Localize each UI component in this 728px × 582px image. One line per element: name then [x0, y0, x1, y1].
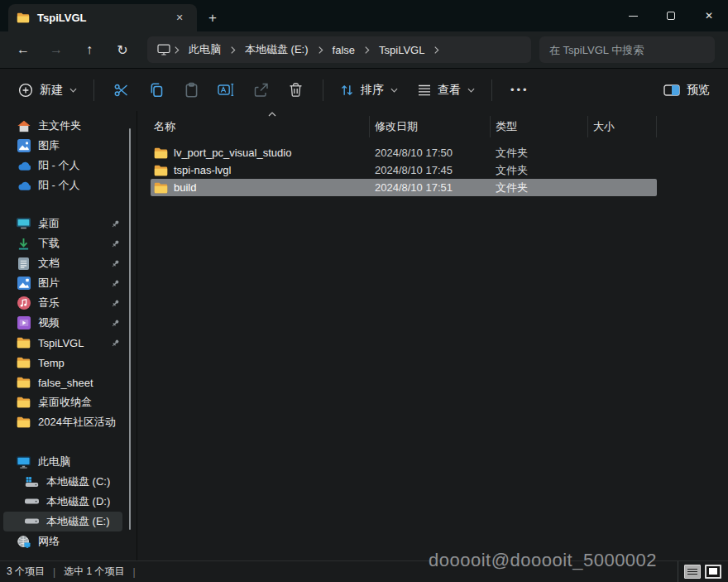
maximize-button[interactable] [652, 0, 690, 31]
close-button[interactable]: ✕ [690, 0, 728, 31]
pictures-icon [17, 277, 31, 290]
navigation-bar: ← → ↑ ↻ 此电脑 本地磁盘 (E:) false TspiLVGL [0, 31, 728, 68]
chevron-right-icon [432, 46, 441, 55]
column-header-name[interactable]: 名称 [151, 116, 370, 137]
cut-button[interactable] [108, 76, 136, 104]
sidebar-section-gap [0, 432, 136, 452]
search-input[interactable] [549, 44, 705, 56]
file-type: 文件夹 [491, 163, 588, 178]
sidebar-item-gallery[interactable]: 图库 [3, 136, 122, 156]
sidebar-item-false-sheet[interactable]: false_sheet [3, 373, 122, 392]
minimize-button[interactable] [614, 0, 652, 31]
icons-view-button[interactable] [705, 565, 721, 579]
sidebar-item-pictures[interactable]: 图片 [3, 273, 122, 293]
column-header-type[interactable]: 类型 [491, 116, 588, 137]
folder-icon [17, 337, 31, 349]
sidebar-item-network[interactable]: 网络 [3, 531, 122, 551]
sidebar-item-drive-e[interactable]: 本地磁盘 (E:) [3, 512, 122, 531]
forward-button[interactable]: → [40, 36, 73, 64]
new-tab-button[interactable]: + [200, 4, 225, 31]
file-list-panel: 名称 修改日期 类型 大小 lv_port_pc_visual_studio 2… [137, 111, 728, 560]
paste-button[interactable] [177, 76, 205, 104]
folder-icon [154, 165, 168, 176]
details-view-button[interactable] [684, 565, 701, 579]
column-header-date[interactable]: 修改日期 [370, 116, 491, 137]
folder-icon [17, 357, 31, 368]
file-list: lv_port_pc_visual_studio 2024/8/10 17:50… [151, 144, 728, 196]
toolbar-separator [323, 79, 323, 101]
search-box[interactable] [539, 36, 715, 63]
view-button[interactable]: 查看 [411, 78, 481, 103]
share-button[interactable] [247, 76, 275, 104]
sidebar-item-drive-c[interactable]: 本地磁盘 (C:) [3, 472, 122, 492]
download-icon [17, 238, 31, 250]
sidebar-item-home[interactable]: 主文件夹 [3, 116, 122, 136]
sidebar-item-this-pc[interactable]: 此电脑 [3, 452, 122, 472]
toolbar-separator [93, 79, 94, 101]
chevron-down-icon [69, 88, 77, 93]
sidebar-item-onedrive-1[interactable]: 阳 - 个人 [3, 156, 122, 176]
chevron-right-icon [362, 46, 371, 55]
sidebar-item-videos[interactable]: 视频 [3, 313, 122, 333]
preview-label: 预览 [687, 83, 710, 98]
chevron-right-icon [228, 46, 237, 55]
column-header-size[interactable]: 大小 [588, 116, 657, 137]
file-date: 2024/8/10 17:51 [370, 181, 491, 194]
preview-button[interactable]: 预览 [657, 78, 716, 103]
music-icon [17, 296, 31, 310]
rename-button[interactable] [212, 76, 240, 104]
sort-arrows-icon [340, 84, 354, 97]
status-divider: | [132, 566, 135, 578]
sidebar-item-documents[interactable]: 文档 [3, 253, 122, 273]
sidebar-item-drive-d[interactable]: 本地磁盘 (D:) [3, 492, 122, 512]
sidebar-item-tspilvgl[interactable]: TspiLVGL [3, 333, 122, 353]
file-type: 文件夹 [491, 180, 588, 195]
sort-ascending-icon [268, 112, 276, 117]
file-name: build [174, 181, 196, 194]
sidebar-item-music[interactable]: 音乐 [3, 293, 122, 313]
file-row[interactable]: tspi-nas-lvgl 2024/8/10 17:45 文件夹 [151, 161, 657, 179]
view-toggles [678, 561, 721, 582]
sidebar-item-desktop-organizer[interactable]: 桌面收纳盒 [3, 392, 122, 412]
breadcrumb-this-pc[interactable]: 此电脑 [183, 42, 227, 57]
copy-button[interactable] [142, 76, 170, 104]
network-icon [17, 536, 31, 548]
explorer-tab[interactable]: TspiLVGL ✕ [8, 4, 197, 31]
document-icon [17, 257, 31, 270]
breadcrumb-tspilvgl[interactable]: TspiLVGL [373, 44, 430, 56]
status-divider: | [53, 566, 55, 578]
tab-close-icon[interactable]: ✕ [170, 9, 189, 27]
up-button[interactable]: ↑ [73, 36, 106, 64]
breadcrumb-drive-e[interactable]: 本地磁盘 (E:) [239, 42, 314, 57]
file-row-selected[interactable]: build 2024/8/10 17:51 文件夹 [151, 179, 657, 196]
file-date: 2024/8/10 17:50 [370, 147, 491, 159]
sidebar-item-2024-events[interactable]: 2024年社区活动 [3, 412, 122, 432]
plus-circle-icon [18, 83, 33, 98]
file-row[interactable]: lv_port_pc_visual_studio 2024/8/10 17:50… [151, 144, 657, 161]
preview-panel-icon [663, 84, 680, 96]
more-options-button[interactable]: ••• [502, 84, 538, 96]
sidebar-item-onedrive-2[interactable]: 阳 - 个人 [3, 176, 122, 195]
back-button[interactable]: ← [7, 36, 40, 64]
folder-icon [154, 147, 168, 159]
new-button[interactable]: 新建 [12, 78, 84, 103]
address-bar[interactable]: 此电脑 本地磁盘 (E:) false TspiLVGL [147, 36, 531, 63]
rename-icon [218, 83, 235, 97]
sidebar-item-temp[interactable]: Temp [3, 353, 122, 373]
folder-icon [17, 12, 30, 23]
home-icon [17, 120, 31, 132]
sidebar-item-downloads[interactable]: 下载 [3, 233, 122, 253]
sidebar-scrollbar[interactable] [129, 128, 131, 530]
delete-button[interactable] [281, 76, 309, 104]
folder-icon [17, 416, 31, 428]
sort-button[interactable]: 排序 [333, 78, 405, 103]
chevron-down-icon [390, 88, 398, 93]
folder-icon [17, 377, 31, 388]
file-date: 2024/8/10 17:45 [370, 164, 491, 176]
pin-icon [111, 279, 120, 288]
breadcrumb-false[interactable]: false [327, 44, 361, 56]
refresh-button[interactable]: ↻ [106, 36, 139, 64]
pin-icon [111, 319, 120, 328]
sidebar-item-desktop[interactable]: 桌面 [3, 214, 122, 233]
toolbar-separator [491, 79, 492, 101]
